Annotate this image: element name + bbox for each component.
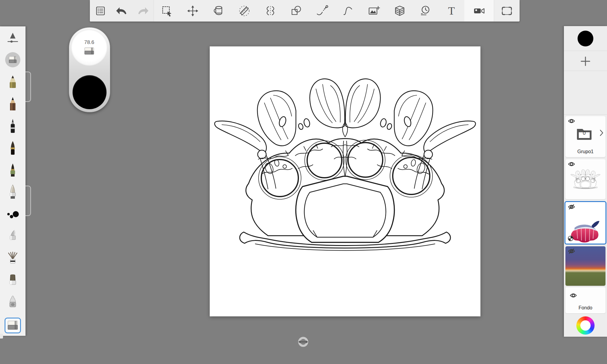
- chevron-right-icon[interactable]: [599, 130, 604, 136]
- alpha-lock-icon[interactable]: [568, 236, 573, 241]
- video-camera-icon: [472, 5, 486, 17]
- transform-button[interactable]: [180, 0, 205, 22]
- toolbar-left-group: [90, 0, 154, 22]
- visibility-eye-off-icon[interactable]: [568, 204, 575, 210]
- fill-button[interactable]: [205, 0, 231, 22]
- redo-button-disabled[interactable]: [132, 0, 154, 22]
- layer-menu-button[interactable]: [90, 0, 111, 22]
- plus-icon: [580, 56, 591, 67]
- redo-icon: [136, 5, 150, 17]
- fineliner-pen-icon: [6, 118, 20, 135]
- stroke-button[interactable]: [335, 0, 361, 22]
- toolbar-right-group: [494, 0, 520, 22]
- color-wheel-center: [580, 320, 591, 331]
- color-wheel[interactable]: [576, 316, 595, 335]
- ruler-button[interactable]: [232, 0, 257, 22]
- brush-puck[interactable]: 78.6: [69, 27, 110, 112]
- layer-sunset-gradient[interactable]: [565, 246, 605, 286]
- pencil-icon: [6, 96, 20, 112]
- brush-pencil[interactable]: [0, 93, 25, 115]
- brush-crayon[interactable]: [0, 71, 25, 93]
- visibility-eye-icon[interactable]: [570, 293, 577, 298]
- perspective-grid-icon: [393, 5, 406, 17]
- current-color-swatch[interactable]: [578, 31, 593, 46]
- import-image-button[interactable]: [361, 0, 387, 22]
- time-lapse-button[interactable]: [413, 0, 439, 22]
- brush-flyout-handle-bottom[interactable]: [25, 186, 31, 216]
- brush-dots[interactable]: [0, 204, 25, 226]
- airbrush-icon: [6, 295, 20, 312]
- brush-flat[interactable]: [0, 270, 25, 292]
- add-layer-button[interactable]: [579, 55, 592, 67]
- fan-brush-icon: [5, 251, 20, 268]
- brush-fan[interactable]: [0, 248, 25, 270]
- flat-brush-icon: [6, 273, 20, 290]
- background-layer-name: Fondo: [565, 305, 605, 311]
- group-layer-count: 0: [576, 130, 593, 136]
- brush-chisel[interactable]: [0, 226, 25, 248]
- puck-eraser-icon: [83, 47, 95, 56]
- move-arrows-icon: [186, 5, 199, 17]
- group-layer-name: Grupo1: [565, 149, 605, 154]
- predictive-stroke-button[interactable]: [309, 0, 335, 22]
- brush-settings-button[interactable]: [0, 26, 25, 49]
- layer-lineart[interactable]: [565, 159, 605, 199]
- visibility-eye-off-icon[interactable]: [568, 248, 575, 254]
- toolbar-record-segment: [464, 0, 494, 22]
- layer-background-fondo[interactable]: Fondo: [565, 287, 605, 313]
- marquee-select-icon: [161, 5, 173, 17]
- active-brush-preview[interactable]: [0, 49, 25, 71]
- visibility-eye-icon[interactable]: [568, 118, 575, 124]
- predictive-stroke-icon: [315, 5, 329, 17]
- symmetry-icon: [264, 5, 277, 17]
- color-puck[interactable]: [73, 75, 107, 109]
- layer-menu-icon: [94, 5, 107, 17]
- time-lapse-icon: [419, 5, 432, 17]
- layers-panel: 0 Grupo1: [564, 26, 607, 337]
- undo-button[interactable]: [111, 0, 132, 22]
- panel-divider: [564, 51, 607, 51]
- smooth-stroke-icon: [341, 5, 354, 17]
- text-tool-button[interactable]: T: [439, 0, 464, 22]
- crayon-icon: [6, 74, 20, 90]
- record-button[interactable]: [464, 0, 494, 22]
- brush-size-slider-icon: [5, 30, 20, 45]
- layer-group-grupo1[interactable]: 0 Grupo1: [565, 116, 605, 157]
- brush-watercolor[interactable]: [0, 181, 25, 204]
- select-button[interactable]: [154, 0, 180, 22]
- brush-size-value: 78.6: [84, 39, 94, 46]
- paint-bucket-icon: [212, 5, 225, 17]
- shapes-button[interactable]: [283, 0, 309, 22]
- brush-size-puck[interactable]: 78.6: [71, 29, 107, 66]
- app-stage: T: [0, 0, 607, 364]
- dots-splatter-icon: [5, 208, 21, 221]
- brush-airbrush[interactable]: [0, 292, 25, 314]
- toolbar-main-group: T: [154, 0, 464, 22]
- brush-sidebar: [0, 26, 25, 336]
- brush-eraser-selected[interactable]: [0, 314, 25, 336]
- fullscreen-icon: [500, 5, 514, 17]
- ruler-icon: [238, 5, 251, 17]
- knuckles-artwork: [210, 46, 480, 316]
- brush-flyout-handle-top[interactable]: [25, 72, 31, 102]
- import-image-icon: [367, 5, 381, 17]
- drawing-canvas[interactable]: [210, 46, 480, 316]
- ink-pen-icon: [6, 162, 20, 179]
- panel-divider: [564, 71, 607, 71]
- sable-brush-icon: [6, 140, 20, 157]
- layer-paint-selected[interactable]: [565, 201, 606, 244]
- watercolor-brush-icon: [6, 184, 20, 201]
- symmetry-button[interactable]: [257, 0, 283, 22]
- brush-sable[interactable]: [0, 137, 25, 159]
- chisel-marker-icon: [6, 229, 20, 245]
- brush-fineliner[interactable]: [0, 115, 25, 137]
- canvas-rotate-icon[interactable]: [298, 336, 309, 347]
- fullscreen-button[interactable]: [494, 0, 520, 22]
- text-tool-icon: T: [448, 5, 455, 16]
- perspective-button[interactable]: [387, 0, 412, 22]
- panel-divider: [564, 114, 607, 115]
- sidebar-scroll-indicator: [0, 334, 3, 339]
- eraser-selection-box: [5, 318, 21, 333]
- brush-inkpen[interactable]: [0, 159, 25, 181]
- shapes-icon: [290, 5, 303, 17]
